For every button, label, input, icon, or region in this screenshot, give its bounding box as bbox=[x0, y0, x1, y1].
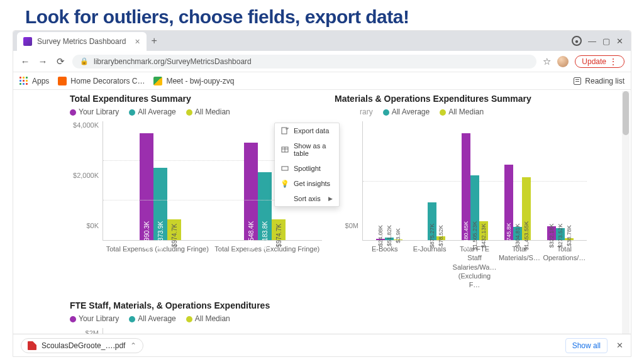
downloads-bar: ScoulasDeGroote_….pdf ⌃ Show all ✕ bbox=[13, 334, 631, 356]
lightbulb-icon: 💡 bbox=[281, 180, 289, 187]
bookmark-bar: Apps Home Decorators C… Meet - bwj-oupy-… bbox=[13, 72, 631, 90]
browser-window: Survey Metrics Dashboard × + ● — ▢ ✕ ← →… bbox=[13, 30, 631, 357]
bookmark-home-decorators[interactable]: Home Decorators C… bbox=[58, 77, 145, 85]
panel-materials-ops: Materials & Operations Expenditures Summ… bbox=[335, 94, 587, 289]
legend: Your Library All Average All Median bbox=[70, 314, 587, 323]
pdf-icon bbox=[28, 341, 36, 350]
table-icon bbox=[281, 146, 289, 153]
url-text: librarybenchmark.org/SurveyMetricsDashbo… bbox=[94, 57, 252, 66]
bar[interactable]: $3,373.9K bbox=[153, 168, 167, 240]
headline: Look for outliers, choose fields, export… bbox=[0, 0, 644, 30]
bar-group: $4,990.3K $3,373.9K $974.7K bbox=[140, 133, 181, 240]
back-icon[interactable]: ← bbox=[19, 56, 31, 67]
lock-icon: 🔒 bbox=[80, 57, 89, 65]
export-icon bbox=[281, 127, 289, 134]
context-menu: Export data Show as a table Spotlight 💡G… bbox=[274, 123, 340, 207]
minimize-icon[interactable]: — bbox=[588, 36, 596, 46]
meet-icon bbox=[153, 77, 162, 85]
bar[interactable]: $974.7K bbox=[272, 219, 286, 240]
legend: rary All Average All Median bbox=[335, 107, 587, 116]
download-chip[interactable]: ScoulasDeGroote_….pdf ⌃ bbox=[21, 338, 143, 353]
bookmark-star-icon[interactable]: ☆ bbox=[543, 56, 551, 67]
bookmark-meet[interactable]: Meet - bwj-oupy-zvq bbox=[153, 77, 234, 85]
menu-get-insights[interactable]: 💡Get insights bbox=[275, 176, 339, 191]
new-tab-button[interactable]: + bbox=[152, 35, 157, 47]
maximize-icon[interactable]: ▢ bbox=[602, 36, 610, 46]
menu-show-as-table[interactable]: Show as a table bbox=[275, 138, 339, 161]
url-input[interactable]: 🔒 librarybenchmark.org/SurveyMetricsDash… bbox=[72, 55, 536, 69]
legend-dot-med bbox=[186, 109, 192, 116]
apps-shortcut[interactable]: Apps bbox=[19, 77, 49, 85]
bar[interactable]: $974.7K bbox=[167, 219, 181, 240]
bar[interactable]: $4,548.4K bbox=[244, 143, 258, 240]
reading-list-link[interactable]: Reading list bbox=[585, 77, 625, 85]
show-all-button[interactable]: Show all bbox=[565, 338, 608, 353]
scrollbar-thumb[interactable] bbox=[623, 91, 629, 135]
bar[interactable]: $3,183.8K bbox=[258, 172, 272, 240]
bar[interactable]: $4,990.3K bbox=[140, 133, 153, 240]
address-bar: ← → ⟳ 🔒 librarybenchmark.org/SurveyMetri… bbox=[13, 51, 631, 72]
chart-plot[interactable]: $24.08K$51.82K$3.9K $875.27K$78.52K $2,4… bbox=[362, 121, 587, 241]
legend-dot-med bbox=[440, 109, 446, 116]
tab-strip: Survey Metrics Dashboard × + ● — ▢ ✕ bbox=[13, 31, 631, 51]
tab-close-icon[interactable]: × bbox=[135, 36, 140, 47]
x-axis: E-Books E-Journals Total FTE Staff Salar… bbox=[335, 241, 587, 289]
chart-title: Materials & Operations Expenditures Summ… bbox=[335, 94, 587, 104]
legend-dot-avg bbox=[129, 109, 135, 116]
menu-spotlight[interactable]: Spotlight bbox=[275, 161, 339, 176]
download-filename: ScoulasDeGroote_….pdf bbox=[42, 341, 125, 350]
kebab-icon: ⋮ bbox=[609, 57, 618, 66]
browser-tab[interactable]: Survey Metrics Dashboard × bbox=[17, 32, 147, 51]
spotlight-icon bbox=[281, 165, 289, 172]
reload-icon[interactable]: ⟳ bbox=[55, 56, 66, 67]
reading-list-icon bbox=[574, 77, 581, 85]
close-downloads-icon[interactable]: ✕ bbox=[616, 341, 623, 350]
account-switcher-icon[interactable]: ● bbox=[572, 36, 582, 46]
legend: Your Library All Average All Median bbox=[70, 107, 322, 116]
menu-export-data[interactable]: Export data bbox=[275, 123, 339, 138]
scrollbar[interactable] bbox=[622, 91, 630, 340]
chart-title: FTE Staff, Materials, & Operations Expen… bbox=[70, 300, 587, 310]
update-button[interactable]: Update⋮ bbox=[575, 55, 625, 68]
chevron-up-icon[interactable]: ⌃ bbox=[130, 341, 136, 350]
svg-rect-4 bbox=[282, 167, 288, 170]
tab-title: Survey Metrics Dashboard bbox=[37, 37, 126, 46]
apps-grid-icon bbox=[19, 77, 28, 85]
chart-title: Total Expenditures Summary bbox=[70, 94, 322, 104]
homedepot-icon bbox=[58, 77, 67, 85]
legend-dot-avg bbox=[383, 109, 389, 116]
y-axis: $4,000K $2,000K $0K bbox=[70, 121, 103, 241]
chevron-right-icon: ▶ bbox=[328, 195, 333, 202]
close-window-icon[interactable]: ✕ bbox=[616, 36, 623, 46]
menu-sort-axis[interactable]: Sort axis▶ bbox=[275, 191, 339, 206]
legend-dot-your bbox=[70, 109, 76, 116]
x-axis: Total Expenses (Including Fringe) Total … bbox=[70, 241, 322, 253]
favicon-icon bbox=[23, 37, 32, 46]
profile-avatar[interactable] bbox=[557, 56, 569, 67]
forward-icon[interactable]: → bbox=[37, 56, 48, 67]
